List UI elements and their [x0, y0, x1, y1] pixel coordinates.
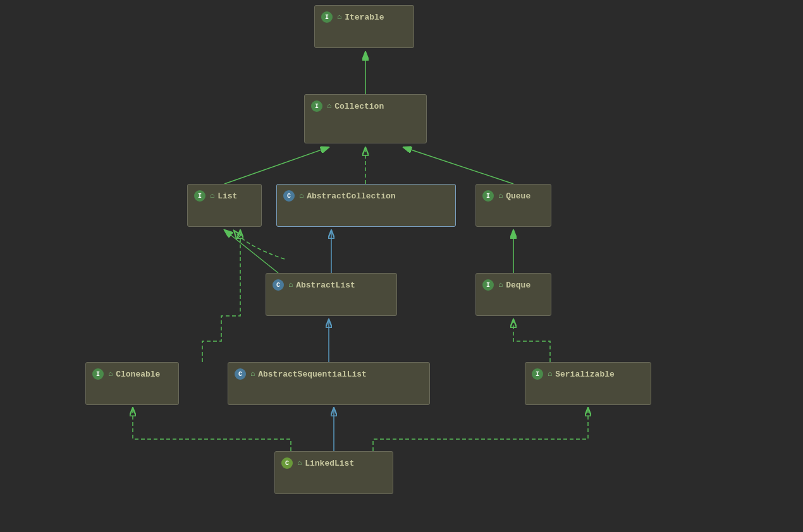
- deque-visibility-icon: ⌂: [498, 281, 503, 289]
- node-queue-header: I ⌂ Queue: [476, 184, 551, 207]
- svg-line-4: [224, 147, 329, 184]
- abstractlist-visibility-icon: ⌂: [288, 281, 293, 289]
- queue-type-icon: I: [482, 190, 494, 202]
- iterable-type-icon: I: [321, 11, 333, 23]
- deque-body: [476, 296, 551, 309]
- cloneable-type-icon: I: [92, 368, 104, 380]
- linkedlist-body: [275, 475, 393, 487]
- svg-line-7: [224, 230, 278, 273]
- iterable-label: Iterable: [345, 13, 384, 22]
- arrows-svg: [0, 0, 803, 532]
- node-iterable[interactable]: I ⌂ Iterable: [314, 5, 414, 48]
- serializable-type-icon: I: [532, 368, 543, 380]
- cloneable-visibility-icon: ⌂: [108, 370, 113, 378]
- abstractsequentiallist-body: [228, 385, 429, 398]
- deque-label: Deque: [506, 281, 530, 290]
- node-list-header: I ⌂ List: [188, 184, 261, 207]
- node-abstractcollection[interactable]: C ⌂ AbstractCollection: [276, 184, 456, 227]
- linkedlist-visibility-icon: ⌂: [297, 459, 302, 468]
- node-abstractlist-header: C ⌂ AbstractList: [266, 274, 396, 296]
- collection-body: [305, 118, 426, 130]
- iterable-visibility-icon: ⌂: [337, 13, 341, 21]
- node-list[interactable]: I ⌂ List: [187, 184, 262, 227]
- list-body: [188, 207, 261, 220]
- iterable-body: [315, 28, 414, 41]
- node-collection-header: I ⌂ Collection: [305, 95, 426, 118]
- node-serializable-header: I ⌂ Serializable: [525, 363, 651, 385]
- abstractlist-type-icon: C: [273, 279, 284, 291]
- node-cloneable-header: I ⌂ Cloneable: [86, 363, 178, 385]
- cloneable-label: Cloneable: [116, 370, 160, 379]
- node-linkedlist-header: C ⌂ LinkedList: [275, 452, 393, 475]
- list-visibility-icon: ⌂: [210, 191, 214, 200]
- svg-line-6: [403, 147, 513, 184]
- serializable-body: [525, 385, 651, 398]
- abstractcollection-body: [277, 207, 455, 220]
- queue-label: Queue: [506, 191, 530, 201]
- abstractcollection-label: AbstractCollection: [307, 191, 395, 201]
- node-collection[interactable]: I ⌂ Collection: [304, 94, 427, 143]
- abstractcollection-visibility-icon: ⌂: [299, 191, 303, 200]
- node-iterable-header: I ⌂ Iterable: [315, 6, 414, 28]
- serializable-label: Serializable: [555, 370, 615, 379]
- node-abstractcollection-header: C ⌂ AbstractCollection: [277, 184, 455, 207]
- abstractsequentiallist-label: AbstractSequentialList: [258, 370, 367, 379]
- node-deque[interactable]: I ⌂ Deque: [475, 273, 551, 316]
- queue-body: [476, 207, 551, 220]
- node-deque-header: I ⌂ Deque: [476, 274, 551, 296]
- collection-type-icon: I: [311, 100, 322, 112]
- node-abstractlist[interactable]: C ⌂ AbstractList: [266, 273, 397, 316]
- abstractlist-body: [266, 296, 396, 309]
- node-abstractsequentiallist-header: C ⌂ AbstractSequentialList: [228, 363, 429, 385]
- linkedlist-label: LinkedList: [305, 459, 354, 468]
- abstractsequentiallist-type-icon: C: [235, 368, 246, 380]
- deque-type-icon: I: [482, 279, 494, 291]
- serializable-visibility-icon: ⌂: [548, 370, 552, 378]
- collection-label: Collection: [334, 102, 384, 111]
- collection-visibility-icon: ⌂: [327, 102, 331, 111]
- node-cloneable[interactable]: I ⌂ Cloneable: [85, 362, 179, 405]
- node-abstractsequentiallist[interactable]: C ⌂ AbstractSequentialList: [228, 362, 430, 405]
- diagram-container: I ⌂ Iterable I ⌂ Collection I ⌂ List C ⌂…: [0, 0, 803, 532]
- node-linkedlist[interactable]: C ⌂ LinkedList: [274, 451, 393, 494]
- cloneable-body: [86, 385, 178, 398]
- queue-visibility-icon: ⌂: [498, 191, 503, 200]
- node-serializable[interactable]: I ⌂ Serializable: [525, 362, 651, 405]
- node-queue[interactable]: I ⌂ Queue: [475, 184, 551, 227]
- list-type-icon: I: [194, 190, 205, 202]
- linkedlist-type-icon: C: [281, 457, 293, 469]
- abstractcollection-type-icon: C: [283, 190, 295, 202]
- abstractsequentiallist-visibility-icon: ⌂: [250, 370, 255, 378]
- list-label: List: [218, 191, 237, 201]
- abstractlist-label: AbstractList: [296, 281, 355, 290]
